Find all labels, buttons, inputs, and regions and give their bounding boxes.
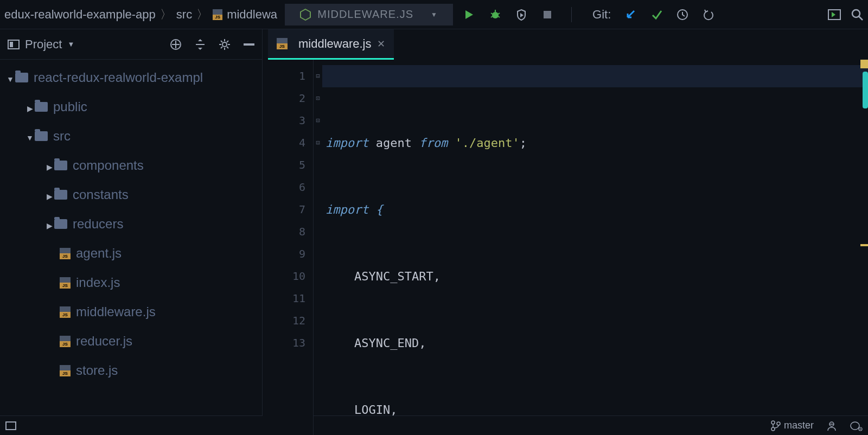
folder-icon (54, 190, 67, 200)
gear-icon[interactable] (219, 39, 231, 50)
git-update-icon[interactable] (624, 8, 637, 21)
breadcrumb[interactable]: edux-realworld-example-app 〉 src 〉 JS mi… (4, 7, 277, 23)
svg-line-14 (859, 16, 863, 20)
line-number[interactable]: 9 (263, 243, 305, 265)
line-number-gutter[interactable]: 1 2 3 4 5 6 7 8 9 10 11 12 13 (263, 60, 314, 435)
js-file-icon: JS (60, 306, 71, 318)
svg-marker-20 (198, 48, 202, 50)
tree-root[interactable]: react-redux-realworld-exampl (0, 63, 262, 92)
line-number[interactable]: 4 (263, 132, 305, 154)
stripe-marker-warning[interactable] (860, 60, 868, 68)
svg-point-21 (222, 42, 227, 47)
tree-folder-constants[interactable]: constants (0, 180, 262, 209)
line-number[interactable]: 7 (263, 199, 305, 221)
breadcrumb-folder[interactable]: src (176, 8, 192, 22)
run-icon[interactable] (463, 8, 476, 21)
tree-arrow-icon[interactable] (25, 129, 35, 144)
git-rollback-icon[interactable] (702, 8, 715, 21)
tree-folder-src[interactable]: src (0, 121, 262, 151)
tree-folder-public[interactable]: public (0, 92, 262, 121)
line-number[interactable]: 6 (263, 176, 305, 199)
fold-marker[interactable]: ⊟ (314, 132, 322, 154)
folder-icon (15, 73, 28, 82)
tab-middleware[interactable]: JS middleware.js ✕ (268, 29, 394, 60)
tree-label: react-redux-realworld-exampl (34, 70, 203, 85)
code-area[interactable]: 1 2 3 4 5 6 7 8 9 10 11 12 13 ⊟ ⊡ ⊟ ⊟ (263, 60, 868, 435)
js-file-icon: JS (60, 248, 71, 259)
line-number[interactable]: 8 (263, 221, 305, 243)
chevron-down-icon: ▼ (431, 11, 438, 18)
tool-window-quick-access-icon[interactable] (5, 421, 16, 430)
current-line-highlight (322, 65, 868, 87)
tree-file-store[interactable]: JS store.js (0, 356, 262, 385)
tree-arrow-icon[interactable] (5, 70, 15, 85)
navigation-bar: edux-realworld-example-app 〉 src 〉 JS mi… (0, 0, 868, 29)
fold-gutter[interactable]: ⊟ ⊡ ⊟ ⊟ (314, 60, 322, 435)
expand-all-icon[interactable] (195, 39, 206, 50)
coverage-icon[interactable] (515, 8, 528, 21)
tree-label: middleware.js (76, 304, 156, 319)
js-file-icon: JS (60, 365, 71, 376)
scrollbar-thumb[interactable] (863, 72, 868, 108)
debug-icon[interactable] (489, 8, 502, 21)
line-number[interactable]: 13 (263, 332, 305, 354)
tree-file-middleware[interactable]: JS middleware.js (0, 297, 262, 327)
svg-marker-0 (301, 9, 310, 20)
js-file-icon: JS (277, 38, 288, 49)
svg-line-6 (491, 16, 493, 17)
fold-marker[interactable]: ⊟ (314, 110, 322, 132)
breadcrumb-file[interactable]: middlewa (227, 8, 277, 22)
run-anything-icon[interactable] (828, 9, 841, 20)
project-tool-title[interactable]: Project (25, 37, 62, 52)
js-file-icon: JS (60, 336, 71, 347)
folder-icon (35, 131, 48, 141)
fold-marker[interactable]: ⊟ (314, 65, 322, 87)
line-number[interactable]: 1 (263, 65, 305, 87)
fold-marker[interactable]: ⊡ (314, 87, 322, 110)
chevron-down-icon[interactable]: ▼ (67, 40, 74, 48)
svg-line-29 (227, 41, 228, 42)
tree-arrow-icon[interactable] (44, 158, 54, 173)
run-configuration-selector[interactable]: MIDDLEWARE.JS ▼ (285, 4, 453, 25)
line-number[interactable]: 3 (263, 110, 305, 132)
js-file-icon: JS (213, 9, 222, 20)
tree-folder-reducers[interactable]: reducers (0, 209, 262, 239)
close-icon[interactable]: ✕ (377, 38, 385, 50)
tree-label: constants (73, 187, 129, 202)
git-label: Git: (592, 8, 611, 22)
error-stripe[interactable] (860, 60, 868, 435)
breadcrumb-sep: 〉 (196, 7, 208, 23)
hide-tool-window-icon[interactable] (244, 43, 254, 46)
code-content[interactable]: import agent from './agent'; import { AS… (322, 60, 868, 435)
toolbar-run-actions: Git: (463, 7, 715, 22)
line-number[interactable]: 12 (263, 310, 305, 332)
search-icon[interactable] (851, 8, 864, 21)
line-number[interactable]: 11 (263, 287, 305, 310)
svg-rect-30 (244, 43, 254, 46)
git-commit-icon[interactable] (650, 8, 663, 21)
svg-point-13 (852, 10, 860, 17)
tree-arrow-icon[interactable] (25, 99, 35, 114)
svg-line-28 (221, 47, 222, 48)
run-config-name: MIDDLEWARE.JS (317, 8, 413, 21)
line-number[interactable]: 5 (263, 154, 305, 176)
git-history-icon[interactable] (676, 8, 689, 21)
project-tree[interactable]: react-redux-realworld-exampl public src … (0, 60, 262, 415)
tree-file-agent[interactable]: JS agent.js (0, 239, 262, 268)
svg-marker-8 (520, 13, 524, 17)
tree-arrow-icon[interactable] (44, 216, 54, 232)
project-view-icon (8, 40, 20, 49)
tree-arrow-icon[interactable] (44, 187, 54, 202)
stop-icon[interactable] (541, 8, 554, 21)
tree-file-index[interactable]: JS index.js (0, 268, 262, 297)
breadcrumb-project[interactable]: edux-realworld-example-app (4, 8, 156, 22)
select-opened-file-icon[interactable] (170, 39, 182, 50)
tree-label: src (53, 129, 71, 144)
line-number[interactable]: 10 (263, 265, 305, 287)
stripe-marker[interactable] (860, 244, 868, 246)
tree-file-reducer[interactable]: JS reducer.js (0, 327, 262, 356)
tree-label: store.js (76, 363, 118, 378)
tree-folder-components[interactable]: components (0, 151, 262, 180)
line-number[interactable]: 2 (263, 87, 305, 110)
svg-marker-19 (198, 39, 202, 41)
